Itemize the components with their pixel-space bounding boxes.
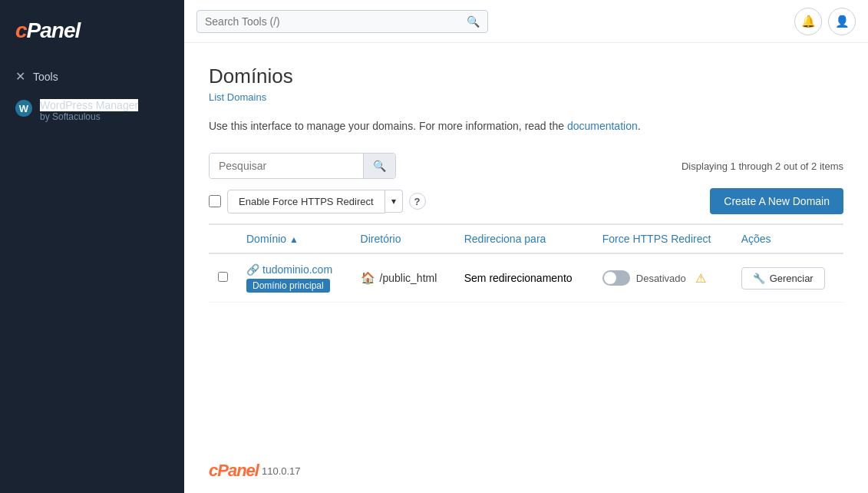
content-area: Domínios List Domains Use this interface…	[184, 43, 868, 448]
external-link-icon: 🔗	[246, 263, 259, 276]
toolbar-row: Enable Force HTTPS Redirect ▾ ? Create A…	[209, 188, 843, 223]
domain-search-input[interactable]	[210, 154, 363, 178]
stats-text: Displaying 1 through 2 out of 2 items	[682, 160, 843, 172]
info-text: Use this interface to manage your domain…	[209, 118, 843, 134]
domain-link[interactable]: 🔗 tudominio.com	[246, 263, 342, 276]
sidebar: cPanel ✕ Tools W WordPress Manager by So…	[0, 0, 184, 493]
select-all-checkbox[interactable]	[209, 195, 221, 207]
enable-https-button[interactable]: Enable Force HTTPS Redirect	[227, 190, 385, 213]
search-icon[interactable]: 🔍	[467, 15, 480, 28]
bell-icon: 🔔	[801, 15, 816, 28]
force-https-toggle[interactable]	[602, 270, 630, 286]
col-directory-label: Diretório	[361, 233, 401, 245]
help-icon[interactable]: ?	[409, 193, 426, 210]
info-text-after: .	[638, 120, 641, 132]
toggle-label: Desativado	[636, 273, 686, 284]
domain-badge: Domínio principal	[246, 279, 330, 293]
home-icon: 🏠	[361, 271, 375, 285]
main-area: 🔍 🔔 👤 Domínios List Domains Use this int…	[184, 0, 868, 493]
wordpress-sub-label: by Softaculous	[40, 111, 138, 122]
col-domain-label: Domínio	[246, 233, 286, 245]
col-force: Force HTTPS Redirect	[593, 224, 732, 253]
header: 🔍 🔔 👤	[184, 0, 868, 43]
wordpress-label: WordPress Manager	[40, 99, 138, 111]
sidebar-item-wordpress[interactable]: W WordPress Manager by Softaculous	[0, 91, 184, 130]
wordpress-icon: W	[15, 100, 32, 117]
domain-search[interactable]: 🔍	[209, 153, 396, 179]
footer: cPanel 110.0.17	[184, 448, 868, 493]
domain-name: tudominio.com	[262, 263, 332, 276]
directory-path: /public_html	[380, 272, 437, 284]
table-body: 🔗 tudominio.com Domínio principal 🏠 /pub…	[209, 253, 843, 303]
domain-search-button[interactable]: 🔍	[363, 154, 395, 178]
wrench-icon: 🔧	[753, 273, 765, 284]
sidebar-wp-text: WordPress Manager by Softaculous	[40, 99, 138, 122]
https-btn-group: Enable Force HTTPS Redirect ▾	[227, 190, 403, 213]
sidebar-item-tools-label: Tools	[33, 71, 58, 83]
col-redirect-label: Redireciona para	[464, 233, 546, 245]
col-directory: Diretório	[351, 224, 455, 253]
info-text-before: Use this interface to manage your domain…	[209, 120, 564, 132]
row-directory-cell: 🏠 /public_html	[351, 253, 455, 303]
footer-logo: cPanel	[209, 461, 259, 481]
row-actions-cell: 🔧 Gerenciar	[732, 253, 843, 303]
create-domain-button[interactable]: Create A New Domain	[710, 188, 843, 214]
table-row: 🔗 tudominio.com Domínio principal 🏠 /pub…	[209, 253, 843, 303]
controls-row: 🔍 Displaying 1 through 2 out of 2 items	[209, 153, 843, 179]
row-domain-cell: 🔗 tudominio.com Domínio principal	[237, 253, 351, 303]
sidebar-item-tools[interactable]: ✕ Tools	[0, 61, 184, 91]
user-button[interactable]: 👤	[828, 8, 856, 35]
col-force-label: Force HTTPS Redirect	[602, 233, 711, 245]
documentation-link[interactable]: documentation	[567, 120, 638, 132]
col-checkbox	[209, 224, 237, 253]
redirect-value: Sem redirecionamento	[464, 272, 573, 284]
search-bar[interactable]: 🔍	[196, 10, 488, 33]
cpanel-logo: cPanel	[15, 18, 169, 43]
sidebar-logo-area: cPanel	[0, 12, 184, 61]
user-icon: 👤	[835, 15, 850, 28]
row-redirect-cell: Sem redirecionamento	[455, 253, 593, 303]
col-redirect: Redireciona para	[455, 224, 593, 253]
toggle-container: Desativado ⚠	[602, 270, 723, 286]
row-force-cell: Desativado ⚠	[593, 253, 732, 303]
tools-icon: ✕	[15, 69, 25, 84]
breadcrumb[interactable]: List Domains	[209, 91, 843, 103]
directory-cell-content: 🏠 /public_html	[361, 271, 446, 285]
manage-button[interactable]: 🔧 Gerenciar	[741, 267, 825, 290]
notification-button[interactable]: 🔔	[794, 8, 822, 35]
row-checkbox-cell	[209, 253, 237, 303]
domains-table: Domínio ▲ Diretório Redireciona para For…	[209, 223, 843, 303]
page-title: Domínios	[209, 65, 843, 88]
col-domain[interactable]: Domínio ▲	[237, 224, 351, 253]
footer-version: 110.0.17	[262, 465, 301, 477]
col-actions: Ações	[732, 224, 843, 253]
manage-label: Gerenciar	[770, 273, 814, 284]
search-input[interactable]	[205, 15, 460, 28]
warning-icon: ⚠	[695, 271, 706, 286]
col-actions-label: Ações	[741, 233, 771, 245]
table-header: Domínio ▲ Diretório Redireciona para For…	[209, 224, 843, 253]
row-checkbox[interactable]	[218, 272, 228, 282]
sort-arrow-icon: ▲	[289, 234, 299, 245]
https-dropdown-button[interactable]: ▾	[385, 190, 403, 213]
